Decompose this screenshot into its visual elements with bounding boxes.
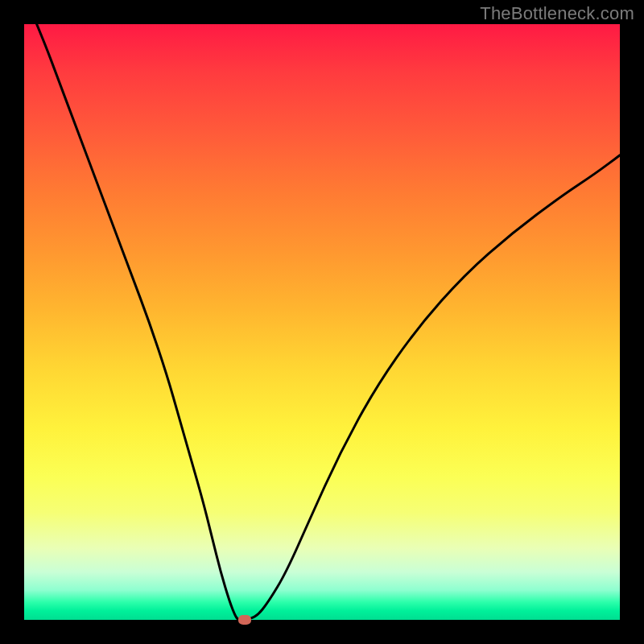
optimum-marker: [238, 615, 251, 625]
watermark-text: TheBottleneck.com: [480, 3, 634, 24]
bottleneck-curve: [24, 24, 620, 620]
plot-area: [24, 24, 620, 620]
chart-frame: TheBottleneck.com: [0, 0, 644, 644]
